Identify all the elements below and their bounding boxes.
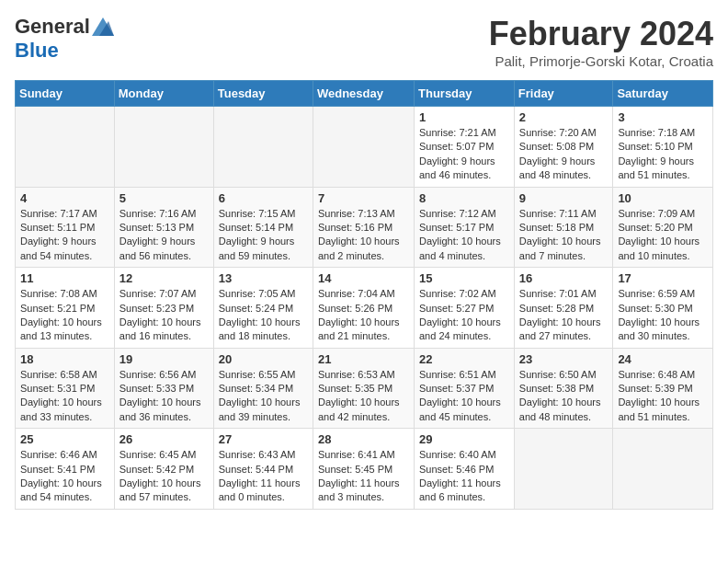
logo-general-text: General [15, 15, 90, 39]
page-header: General Blue February 2024 Palit, Primor… [15, 15, 713, 69]
calendar-cell: 24Sunrise: 6:48 AMSunset: 5:39 PMDayligh… [613, 348, 713, 429]
calendar-cell: 22Sunrise: 6:51 AMSunset: 5:37 PMDayligh… [415, 348, 515, 429]
day-number: 23 [519, 352, 609, 366]
calendar-cell: 20Sunrise: 6:55 AMSunset: 5:34 PMDayligh… [213, 348, 313, 429]
day-info: Sunrise: 6:45 AMSunset: 5:42 PMDaylight:… [119, 448, 209, 505]
calendar-cell: 1Sunrise: 7:21 AMSunset: 5:07 PMDaylight… [415, 107, 515, 188]
day-info: Sunrise: 6:50 AMSunset: 5:38 PMDaylight:… [519, 368, 609, 425]
day-number: 17 [618, 271, 708, 285]
day-info: Sunrise: 7:16 AMSunset: 5:13 PMDaylight:… [119, 207, 209, 264]
day-number: 12 [119, 271, 209, 285]
calendar-cell: 11Sunrise: 7:08 AMSunset: 5:21 PMDayligh… [16, 268, 115, 349]
calendar-week-row: 1Sunrise: 7:21 AMSunset: 5:07 PMDaylight… [16, 107, 713, 188]
day-info: Sunrise: 6:51 AMSunset: 5:37 PMDaylight:… [419, 368, 509, 425]
calendar-table: SundayMondayTuesdayWednesdayThursdayFrid… [15, 80, 713, 510]
calendar-cell: 14Sunrise: 7:04 AMSunset: 5:26 PMDayligh… [313, 268, 414, 349]
day-number: 1 [419, 110, 509, 124]
day-info: Sunrise: 7:20 AMSunset: 5:08 PMDaylight:… [519, 126, 609, 183]
day-number: 18 [20, 352, 109, 366]
calendar-cell: 6Sunrise: 7:15 AMSunset: 5:14 PMDaylight… [213, 187, 313, 268]
day-info: Sunrise: 6:53 AMSunset: 5:35 PMDaylight:… [318, 368, 409, 425]
location-title: Palit, Primorje-Gorski Kotar, Croatia [489, 53, 713, 69]
calendar-cell: 16Sunrise: 7:01 AMSunset: 5:28 PMDayligh… [514, 268, 613, 349]
day-number: 2 [519, 110, 609, 124]
month-title: February 2024 [489, 15, 713, 53]
calendar-cell: 10Sunrise: 7:09 AMSunset: 5:20 PMDayligh… [613, 187, 713, 268]
logo: General Blue [15, 15, 114, 63]
day-number: 13 [219, 271, 308, 285]
day-number: 26 [119, 432, 209, 446]
calendar-cell: 19Sunrise: 6:56 AMSunset: 5:33 PMDayligh… [114, 348, 213, 429]
day-info: Sunrise: 6:40 AMSunset: 5:46 PMDaylight:… [419, 448, 509, 505]
calendar-cell: 2Sunrise: 7:20 AMSunset: 5:08 PMDaylight… [514, 107, 613, 188]
calendar-header-row: SundayMondayTuesdayWednesdayThursdayFrid… [16, 81, 713, 107]
day-number: 20 [219, 352, 308, 366]
day-number: 15 [419, 271, 509, 285]
calendar-cell: 27Sunrise: 6:43 AMSunset: 5:44 PMDayligh… [213, 429, 313, 510]
weekday-header: Sunday [16, 81, 115, 107]
calendar-cell [114, 107, 213, 188]
day-info: Sunrise: 6:43 AMSunset: 5:44 PMDaylight:… [219, 448, 308, 505]
day-number: 10 [618, 191, 708, 205]
day-number: 27 [219, 432, 308, 446]
day-info: Sunrise: 7:07 AMSunset: 5:23 PMDaylight:… [119, 287, 209, 344]
day-number: 9 [519, 191, 609, 205]
day-info: Sunrise: 7:08 AMSunset: 5:21 PMDaylight:… [20, 287, 109, 344]
calendar-cell: 7Sunrise: 7:13 AMSunset: 5:16 PMDaylight… [313, 187, 414, 268]
day-number: 8 [419, 191, 509, 205]
weekday-header: Monday [114, 81, 213, 107]
calendar-cell: 21Sunrise: 6:53 AMSunset: 5:35 PMDayligh… [313, 348, 414, 429]
calendar-cell: 4Sunrise: 7:17 AMSunset: 5:11 PMDaylight… [16, 187, 115, 268]
day-info: Sunrise: 6:59 AMSunset: 5:30 PMDaylight:… [618, 287, 708, 344]
calendar-cell: 5Sunrise: 7:16 AMSunset: 5:13 PMDaylight… [114, 187, 213, 268]
day-info: Sunrise: 7:15 AMSunset: 5:14 PMDaylight:… [219, 207, 308, 264]
day-info: Sunrise: 7:05 AMSunset: 5:24 PMDaylight:… [219, 287, 308, 344]
calendar-cell: 28Sunrise: 6:41 AMSunset: 5:45 PMDayligh… [313, 429, 414, 510]
day-number: 29 [419, 432, 509, 446]
day-info: Sunrise: 7:12 AMSunset: 5:17 PMDaylight:… [419, 207, 509, 264]
calendar-cell: 3Sunrise: 7:18 AMSunset: 5:10 PMDaylight… [613, 107, 713, 188]
weekday-header: Friday [514, 81, 613, 107]
logo-blue-text: Blue [15, 39, 59, 63]
day-info: Sunrise: 6:48 AMSunset: 5:39 PMDaylight:… [618, 368, 708, 425]
day-number: 16 [519, 271, 609, 285]
calendar-week-row: 11Sunrise: 7:08 AMSunset: 5:21 PMDayligh… [16, 268, 713, 349]
calendar-cell [514, 429, 613, 510]
title-area: February 2024 Palit, Primorje-Gorski Kot… [489, 15, 713, 69]
weekday-header: Tuesday [213, 81, 313, 107]
day-number: 28 [318, 432, 409, 446]
day-number: 7 [318, 191, 409, 205]
day-number: 25 [20, 432, 109, 446]
day-info: Sunrise: 7:21 AMSunset: 5:07 PMDaylight:… [419, 126, 509, 183]
day-info: Sunrise: 6:56 AMSunset: 5:33 PMDaylight:… [119, 368, 209, 425]
calendar-cell [16, 107, 115, 188]
calendar-cell [313, 107, 414, 188]
day-info: Sunrise: 7:01 AMSunset: 5:28 PMDaylight:… [519, 287, 609, 344]
day-number: 3 [618, 110, 708, 124]
day-info: Sunrise: 6:41 AMSunset: 5:45 PMDaylight:… [318, 448, 409, 505]
day-number: 5 [119, 191, 209, 205]
weekday-header: Wednesday [313, 81, 414, 107]
weekday-header: Saturday [613, 81, 713, 107]
day-info: Sunrise: 7:11 AMSunset: 5:18 PMDaylight:… [519, 207, 609, 264]
day-number: 24 [618, 352, 708, 366]
calendar-cell: 8Sunrise: 7:12 AMSunset: 5:17 PMDaylight… [415, 187, 515, 268]
calendar-week-row: 18Sunrise: 6:58 AMSunset: 5:31 PMDayligh… [16, 348, 713, 429]
calendar-cell: 17Sunrise: 6:59 AMSunset: 5:30 PMDayligh… [613, 268, 713, 349]
logo-icon [92, 17, 114, 36]
day-number: 21 [318, 352, 409, 366]
day-number: 4 [20, 191, 109, 205]
calendar-cell: 26Sunrise: 6:45 AMSunset: 5:42 PMDayligh… [114, 429, 213, 510]
day-info: Sunrise: 6:46 AMSunset: 5:41 PMDaylight:… [20, 448, 109, 505]
day-info: Sunrise: 7:17 AMSunset: 5:11 PMDaylight:… [20, 207, 109, 264]
calendar-week-row: 25Sunrise: 6:46 AMSunset: 5:41 PMDayligh… [16, 429, 713, 510]
day-info: Sunrise: 7:09 AMSunset: 5:20 PMDaylight:… [618, 207, 708, 264]
calendar-cell: 9Sunrise: 7:11 AMSunset: 5:18 PMDaylight… [514, 187, 613, 268]
calendar-cell [613, 429, 713, 510]
day-number: 6 [219, 191, 308, 205]
day-number: 11 [20, 271, 109, 285]
calendar-cell: 29Sunrise: 6:40 AMSunset: 5:46 PMDayligh… [415, 429, 515, 510]
calendar-cell: 23Sunrise: 6:50 AMSunset: 5:38 PMDayligh… [514, 348, 613, 429]
calendar-cell: 15Sunrise: 7:02 AMSunset: 5:27 PMDayligh… [415, 268, 515, 349]
day-info: Sunrise: 7:04 AMSunset: 5:26 PMDaylight:… [318, 287, 409, 344]
